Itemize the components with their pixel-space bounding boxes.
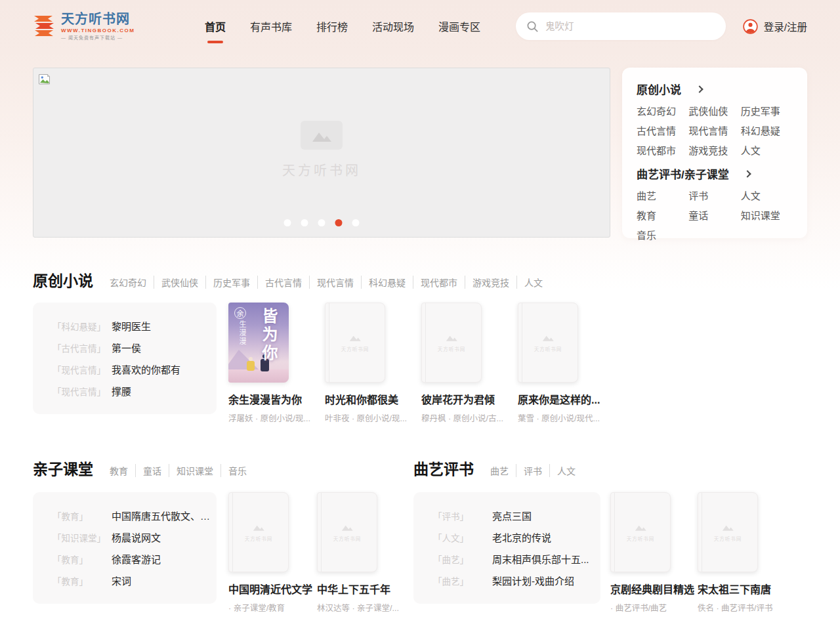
carousel-dots: [284, 219, 360, 226]
sec-link[interactable]: 游戏竞技: [465, 276, 516, 289]
book-card[interactable]: 天方听书网 彼岸花开为君倾 穆丹枫 · 原创小说/古...: [421, 303, 505, 424]
side-link[interactable]: 音乐: [637, 228, 688, 242]
sec-link[interactable]: 人文: [549, 464, 583, 477]
nav-ranking[interactable]: 排行榜: [316, 12, 348, 41]
kids-rank-list: 「教育」 中国隋唐五代散文、… 「知识课堂」 杨晨说网文 「教育」 徐霞客游记 …: [33, 492, 217, 604]
sec-link[interactable]: 教育: [102, 464, 135, 477]
login-register[interactable]: 登录/注册: [743, 19, 807, 34]
side-link[interactable]: 人文: [741, 188, 793, 202]
side-link[interactable]: 现代言情: [688, 123, 740, 137]
sec-link[interactable]: 现代言情: [309, 276, 361, 289]
side-link[interactable]: 教育: [637, 208, 688, 222]
nav-home[interactable]: 首页: [205, 12, 226, 41]
book-card[interactable]: 余 生漫漫 皆为你 余生漫漫皆为你 浮屠妖 · 原创小说/现...: [228, 303, 312, 424]
carousel-dot[interactable]: [352, 219, 360, 226]
search-bar[interactable]: [516, 12, 726, 40]
image-placeholder-icon: [301, 121, 343, 150]
side-link[interactable]: 现代都市: [637, 143, 688, 157]
site-logo[interactable]: 天方听书网 WWW.TINGBOOK.COM — 闻天免费有声下载站 —: [33, 12, 164, 40]
book-title: 京剧经典剧目精选: [610, 581, 696, 597]
side-link[interactable]: 古代言情: [637, 123, 688, 137]
sec-link[interactable]: 古代言情: [257, 276, 309, 289]
book-card[interactable]: 天方听书网 中国明清近代文学 · 亲子课堂/教育: [228, 492, 314, 614]
sec-link[interactable]: 音乐: [220, 464, 254, 477]
hero-row: 天方听书网 原创小说 玄幻奇幻 武侠仙侠 历史军事 古代言情 现代言情 科: [33, 68, 807, 238]
section-links: 曲艺 评书 人文: [483, 464, 583, 477]
book-card[interactable]: 天方听书网 中华上下五千年 林汉达等 · 亲子课堂/...: [317, 492, 402, 614]
side-link[interactable]: 玄幻奇幻: [637, 104, 688, 117]
sec-link[interactable]: 评书: [516, 464, 549, 477]
side-link[interactable]: 人文: [741, 143, 793, 157]
logo-domain: WWW.TINGBOOK.COM: [61, 28, 135, 34]
book-title: 中国明清近代文学: [228, 581, 314, 597]
list-item[interactable]: 「科幻悬疑」 黎明医生: [52, 319, 217, 333]
search-input[interactable]: [545, 21, 703, 32]
category-side-panel: 原创小说 玄幻奇幻 武侠仙侠 历史军事 古代言情 现代言情 科幻悬疑 现代都市 …: [622, 68, 807, 238]
carousel-watermark: 天方听书网: [282, 160, 361, 179]
side-group-original-novels[interactable]: 原创小说: [637, 81, 793, 97]
carousel-placeholder: 天方听书网: [282, 121, 361, 179]
quyi-rank-list: 「评书」 亮点三国 「人文」 老北京的传说 「曲艺」 周末相声俱乐部十五... …: [413, 492, 600, 604]
side-group-quyi-kids[interactable]: 曲艺评书/亲子课堂: [637, 165, 793, 182]
search-icon: [526, 20, 539, 33]
book-cover-placeholder: 天方听书网: [317, 492, 377, 572]
list-item[interactable]: 「人文」 老北京的传说: [433, 530, 600, 544]
list-item[interactable]: 「知识课堂」 杨晨说网文: [52, 530, 217, 544]
sec-link[interactable]: 武侠仙侠: [154, 276, 205, 289]
broken-image-icon: [38, 73, 51, 86]
carousel-dot[interactable]: [284, 219, 291, 226]
login-label: 登录/注册: [764, 19, 807, 33]
book-card[interactable]: 天方听书网 宋太祖三下南唐 佚名 · 曲艺评书/评书: [698, 492, 783, 614]
side-link[interactable]: 知识课堂: [741, 208, 793, 222]
section-title: 曲艺评书: [413, 457, 474, 479]
list-item[interactable]: 「古代言情」 第一侯: [52, 341, 217, 354]
book-cover-placeholder: 天方听书网: [228, 492, 289, 572]
list-item[interactable]: 「曲艺」 周末相声俱乐部十五...: [433, 552, 600, 566]
book-card[interactable]: 天方听书网 原来你是这样的... 葉雪 · 原创小说/现代...: [518, 303, 602, 424]
logo-tagline: — 闻天免费有声下载站 —: [61, 35, 135, 41]
carousel-dot-active[interactable]: [335, 219, 343, 226]
top-header: 天方听书网 WWW.TINGBOOK.COM — 闻天免费有声下载站 — 首页 …: [0, 0, 840, 52]
nav-audio-library[interactable]: 有声书库: [250, 12, 292, 41]
carousel-dot[interactable]: [318, 219, 326, 226]
chevron-right-icon: [696, 85, 703, 93]
sec-link[interactable]: 童话: [135, 464, 169, 477]
main-nav: 首页 有声书库 排行榜 活动现场 漫画专区: [205, 12, 480, 41]
list-item[interactable]: 「现代言情」 撑腰: [52, 384, 217, 398]
book-title: 原来你是这样的...: [518, 391, 602, 407]
list-item[interactable]: 「曲艺」 梨园计划-戏曲介绍: [433, 574, 600, 587]
book-title: 中华上下五千年: [317, 581, 402, 597]
sec-link[interactable]: 玄幻奇幻: [102, 276, 154, 289]
carousel-dot[interactable]: [301, 219, 308, 226]
side-link[interactable]: 历史军事: [741, 104, 793, 117]
book-card[interactable]: 天方听书网 时光和你都很美 叶非夜 · 原创小说/现...: [325, 303, 409, 424]
sec-link[interactable]: 历史军事: [205, 276, 257, 289]
book-card[interactable]: 天方听书网 京剧经典剧目精选 · 曲艺评书/曲艺: [610, 492, 696, 614]
side-link[interactable]: 武侠仙侠: [688, 104, 740, 117]
side-link[interactable]: 游戏竞技: [688, 143, 740, 157]
list-item[interactable]: 「教育」 徐霞客游记: [52, 552, 217, 566]
book-title: 时光和你都很美: [325, 391, 409, 407]
book-meta: 佚名 · 曲艺评书/评书: [698, 601, 783, 614]
nav-events[interactable]: 活动现场: [372, 12, 414, 41]
list-item[interactable]: 「教育」 宋词: [52, 574, 217, 587]
sec-link[interactable]: 人文: [516, 276, 550, 289]
side-link[interactable]: 曲艺: [637, 188, 688, 202]
list-item[interactable]: 「现代言情」 我喜欢的你都有: [52, 362, 217, 376]
sec-link[interactable]: 知识课堂: [169, 464, 220, 477]
list-item[interactable]: 「教育」 中国隋唐五代散文、…: [52, 509, 217, 522]
sec-link[interactable]: 科幻悬疑: [361, 276, 413, 289]
sec-link[interactable]: 曲艺: [483, 464, 516, 477]
section-quyi-pingshu: 曲艺评书 曲艺 评书 人文 「评书」 亮点三国 「人文」 老北京的传说: [413, 457, 807, 614]
side-link[interactable]: 评书: [688, 188, 740, 202]
book-title: 彼岸花开为君倾: [421, 391, 505, 407]
list-item[interactable]: 「评书」 亮点三国: [433, 509, 600, 522]
section-links: 教育 童话 知识课堂 音乐: [102, 464, 254, 477]
sec-link[interactable]: 现代都市: [413, 276, 465, 289]
hero-carousel[interactable]: 天方听书网: [33, 68, 610, 238]
book-meta: 林汉达等 · 亲子课堂/...: [317, 601, 402, 614]
chevron-right-icon: [744, 170, 751, 177]
side-link[interactable]: 科幻悬疑: [741, 123, 793, 137]
side-link[interactable]: 童话: [688, 208, 740, 222]
nav-comics[interactable]: 漫画专区: [438, 12, 480, 41]
